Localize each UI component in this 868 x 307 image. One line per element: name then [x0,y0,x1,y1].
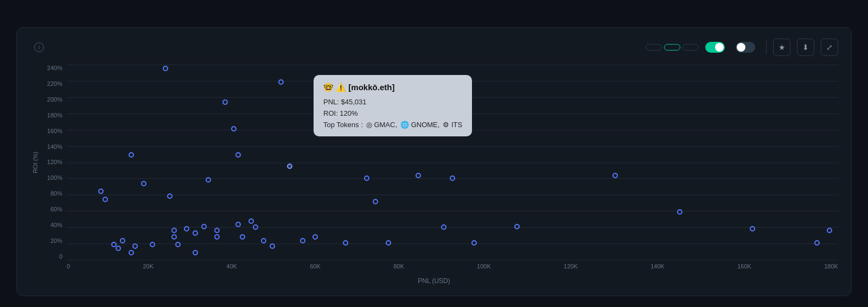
scatter-point[interactable] [231,126,237,131]
scatter-point[interactable] [261,238,266,243]
scatter-point[interactable] [312,234,318,240]
scatter-point[interactable] [129,250,134,255]
y-tick: 220% [47,80,62,87]
toggle-stablecoins[interactable] [736,42,755,53]
grid-line [67,211,838,211]
time-btn-90d[interactable] [682,44,699,51]
scatter-point[interactable] [471,240,477,246]
scatter-point[interactable] [184,226,189,231]
scatter-point[interactable] [343,240,348,246]
tooltip-tokens: Top Tokens : ◎ GMAC, 🌐 GNOME, ⚙ ITS [323,121,462,129]
y-tick: 200% [47,96,62,103]
y-axis-label-container: ROI (%) [30,65,41,275]
scatter-point[interactable] [450,176,455,181]
scatter-point[interactable] [441,224,446,230]
scatter-point[interactable] [270,243,275,249]
x-tick: 0 [67,263,70,270]
x-axis: 020K40K60K80K100K120K140K160K180K [67,260,838,275]
scatter-point[interactable] [214,228,220,233]
scatter-point[interactable] [278,79,284,85]
scatter-point[interactable] [206,177,211,183]
toggle-stablecoins-group [736,42,760,53]
x-axis-label: PNL (USD) [30,275,838,285]
header-divider [766,41,767,54]
toggle-profitable-group [705,42,729,53]
tooltip-header: 🤓 ⚠️ [mokkō.eth] [323,83,462,92]
scatter-point[interactable] [677,209,682,215]
grid-line [67,243,838,244]
scatter-point[interactable] [163,66,168,71]
scatter-point[interactable] [240,234,245,240]
scatter-point[interactable] [827,228,832,233]
x-tick: 100K [477,263,491,270]
scatter-point[interactable] [129,152,134,158]
y-tick: 80% [50,190,62,197]
chart-area: ROI (%) 240%220%200%180%160%140%120%100%… [30,65,838,275]
y-tick: 0 [59,253,62,260]
scatter-point[interactable] [175,242,181,247]
scatter-point[interactable] [193,250,198,255]
grid-line [67,162,838,163]
scatter-point[interactable] [120,238,125,243]
scatter-point[interactable] [253,224,258,230]
download-button[interactable]: ⬇ [797,39,814,56]
x-tick: 140K [650,263,665,270]
toggle-profitable[interactable] [705,42,725,53]
scatter-point[interactable] [300,238,305,243]
grid-line [67,227,838,228]
scatter-point[interactable] [612,173,618,178]
scatter-point[interactable] [171,234,177,240]
scatter-point[interactable] [171,228,177,233]
token-gnome: 🌐 GNOME, [400,121,439,129]
scatter-point[interactable] [193,230,198,236]
scatter-point[interactable] [386,240,391,246]
token-gmac: ◎ GMAC, [366,121,397,129]
tooltip-pnl: PNL: $45,031 [323,98,462,106]
x-tick: 160K [737,263,751,270]
scatter-point[interactable] [248,218,254,224]
y-tick: 60% [50,206,62,212]
grid-line [67,65,838,65]
tooltip-roi: ROI: 120% [323,109,462,117]
time-btn-30d[interactable] [664,44,680,51]
scatter-point[interactable] [364,176,369,181]
y-axis-label: ROI (%) [32,152,39,173]
scatter-point[interactable] [514,224,520,229]
scatter-point[interactable] [750,226,755,231]
trader-tooltip: 🤓 ⚠️ [mokkō.eth] PNL: $45,031 ROI: 120% … [314,75,472,136]
info-icon[interactable]: i [34,42,44,52]
grid-line [67,195,838,195]
x-tick: 180K [824,263,838,270]
scatter-point[interactable] [150,242,155,247]
y-axis: 240%220%200%180%160%140%120%100%80%60%40… [41,65,67,275]
y-tick: 120% [47,159,62,165]
expand-button[interactable]: ⤢ [821,39,838,56]
scatter-point[interactable] [235,222,241,227]
card-header-left: i [30,42,44,52]
scatter-point[interactable] [222,99,228,105]
scatter-point[interactable] [287,164,292,169]
scatter-point[interactable] [201,224,207,229]
scatter-point[interactable] [98,189,104,194]
x-tick: 120K [564,263,578,270]
scatter-point[interactable] [416,173,421,178]
scatter-point[interactable] [214,234,220,240]
scatter-point[interactable] [141,181,146,186]
scatter-point[interactable] [814,240,820,246]
scatter-point[interactable] [132,243,138,249]
toggle-stablecoins-knob [737,43,745,52]
card-header-right: ★ ⬇ ⤢ [646,39,838,56]
tooltip-tokens-label: Top Tokens : [323,121,363,129]
card: i [16,27,852,296]
scatter-point[interactable] [103,197,108,202]
y-tick: 100% [47,174,62,181]
scatter-point[interactable] [235,152,241,158]
star-button[interactable]: ★ [773,39,790,56]
scatter-point[interactable] [116,246,121,251]
page-container: i [0,0,868,307]
y-tick: 20% [50,237,62,244]
y-tick: 160% [47,128,62,134]
time-btn-7d[interactable] [646,44,662,51]
scatter-point[interactable] [167,193,173,199]
scatter-point[interactable] [373,199,378,204]
